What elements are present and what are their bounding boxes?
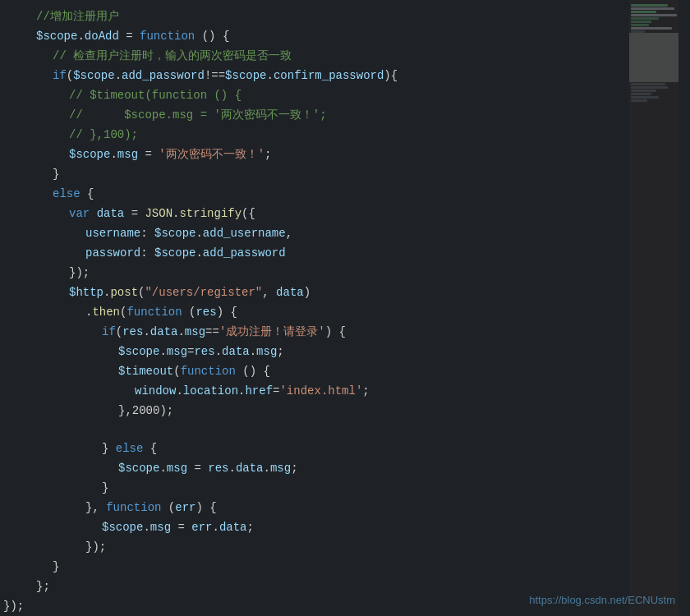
table-row: username: $scope.add_username, xyxy=(0,223,690,243)
table-row: }); xyxy=(0,537,690,557)
table-row: $scope.msg = res.data.msg; xyxy=(0,458,690,478)
watermark: https://blog.csdn.net/ECNUstm xyxy=(529,594,675,606)
table-row: if($scope.add_password!==$scope.confirm_… xyxy=(0,66,690,85)
code-editor: //增加注册用户$scope.doAdd = function () {// 检… xyxy=(0,0,690,616)
table-row: } xyxy=(0,164,690,184)
table-row: } xyxy=(0,557,690,577)
table-row: $scope.doAdd = function () { xyxy=(0,26,690,46)
table-row: password: $scope.add_password xyxy=(0,243,690,263)
code-block: //增加注册用户$scope.doAdd = function () {// 检… xyxy=(0,7,690,616)
minimap xyxy=(629,0,678,616)
table-row: else { xyxy=(0,184,690,204)
table-row: $timeout(function () { xyxy=(0,361,690,381)
table-row: $scope.msg = '两次密码不一致！'; xyxy=(0,145,690,164)
table-row: },2000); xyxy=(0,401,690,421)
table-row: $http.post("/users/register", data) xyxy=(0,283,690,302)
table-row: if(res.data.msg=='成功注册！请登录') { xyxy=(0,322,690,342)
table-row xyxy=(0,421,690,439)
table-row: } else { xyxy=(0,439,690,458)
table-row: $scope.msg = err.data; xyxy=(0,517,690,537)
table-row: //增加注册用户 xyxy=(0,7,690,26)
table-row: // 检查用户注册时，输入的两次密码是否一致 xyxy=(0,46,690,66)
table-row: }, function (err) { xyxy=(0,498,690,517)
table-row: $scope.msg=res.data.msg; xyxy=(0,342,690,361)
table-row: }); xyxy=(0,263,690,283)
table-row: // },100); xyxy=(0,125,690,145)
table-row: window.location.href='index.html'; xyxy=(0,381,690,401)
table-row: } xyxy=(0,478,690,498)
table-row: var data = JSON.stringify({ xyxy=(0,204,690,223)
table-row: // $scope.msg = '两次密码不一致！'; xyxy=(0,105,690,125)
table-row: .then(function (res) { xyxy=(0,302,690,322)
table-row: // $timeout(function () { xyxy=(0,85,690,105)
